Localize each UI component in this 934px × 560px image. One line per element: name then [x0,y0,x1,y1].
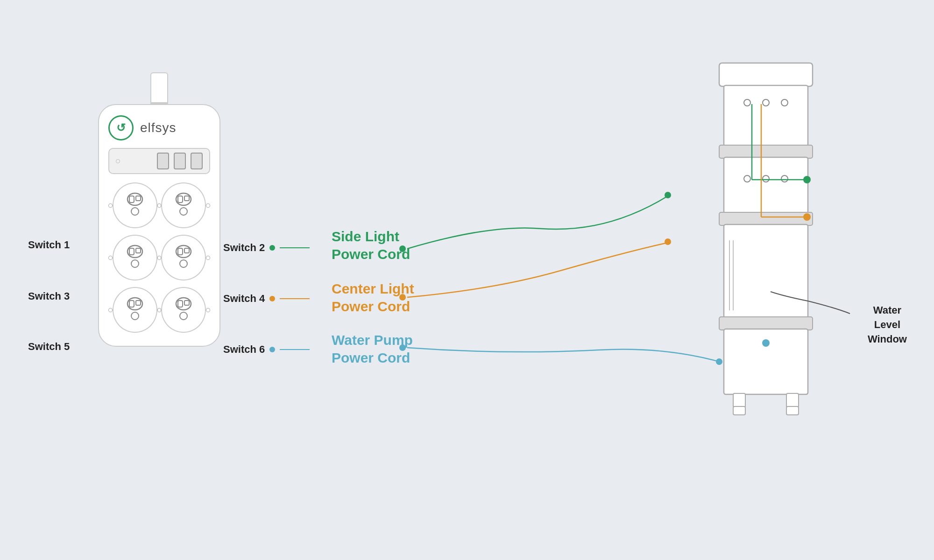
outlet-3-left [113,287,157,333]
outlet-1-left [113,182,157,228]
svg-rect-9 [129,248,134,255]
svg-rect-6 [184,196,189,201]
svg-point-7 [180,208,187,215]
water-pump-line1: Water Pump [332,331,413,349]
outlet-1-right-face [170,189,198,222]
outlet-2-right-face [170,241,198,274]
outlet-row-2 [108,235,210,280]
switch6-row: Switch 6 [223,343,310,356]
side-light-line2: Power Cord [332,245,410,263]
outlet-2-right [161,235,206,280]
switch5-label: Switch 5 [28,341,70,353]
svg-rect-35 [724,224,808,318]
outlet-dot-3m [157,308,162,312]
usb-ports [157,153,203,169]
outlet-dot-1l [108,203,113,208]
svg-rect-14 [184,248,189,253]
switch4-label: Switch 4 [223,293,265,305]
svg-rect-24 [719,63,813,86]
center-light-line2: Power Cord [332,298,414,315]
svg-point-52 [665,192,671,198]
switch2-line [280,247,310,249]
outlet-dot-1r [206,203,210,208]
svg-rect-13 [178,248,183,255]
outlet-3-right [161,287,206,333]
svg-point-54 [665,238,671,245]
outlet-dot-2m [157,256,162,260]
water-level-line2: Level [868,318,907,332]
svg-rect-25 [724,85,808,146]
switch2-row: Switch 2 [223,242,310,254]
svg-point-3 [131,208,139,215]
switch3-label: Switch 3 [28,290,70,302]
usb-port-2 [174,153,186,169]
usb-port-1 [157,153,169,169]
usb-panel-dot [116,159,120,163]
outlet-dot-1m [157,203,162,208]
water-level-line1: Water [868,303,907,318]
outlet-dot-3r [206,308,210,312]
outlet-1-right [161,182,206,228]
svg-rect-43 [786,406,799,415]
center-light-annotation: Center Light Power Cord [332,280,414,315]
logo-text: elfsys [140,120,177,135]
power-strip-container: ↺ elfsys [98,72,220,347]
switch2-label: Switch 2 [223,242,265,254]
outlet-dot-2r [206,256,210,260]
water-level-label: Water Level Window [868,303,907,346]
side-light-line1: Side Light [332,228,410,245]
outlet-dot-2l [108,256,113,260]
side-light-annotation: Side Light Power Cord [332,228,410,263]
usb-port-3 [191,153,203,169]
tower-svg [691,54,841,492]
svg-rect-41 [786,393,799,407]
center-light-line1: Center Light [332,280,414,298]
logo-row: ↺ elfsys [108,115,210,140]
svg-rect-39 [724,329,808,394]
svg-rect-34 [719,212,813,225]
svg-rect-17 [129,301,134,307]
water-pump-annotation: Water Pump Power Cord [332,331,413,366]
water-level-line3: Window [868,332,907,347]
switch4-row: Switch 4 [223,293,310,305]
switch4-line [280,298,310,300]
outlet-row-3 [108,287,210,333]
usb-panel [108,148,210,174]
svg-rect-18 [136,301,141,305]
outlet-3-right-face [170,294,198,326]
outlet-2-left [113,235,157,280]
svg-rect-10 [136,248,141,253]
outlet-dot-3l [108,308,113,312]
svg-rect-40 [733,393,745,407]
main-container: Switch 1 Switch 3 Switch 5 ↺ elfsys [0,0,934,560]
outlet-2-left-face [121,241,149,274]
logo-circle: ↺ [108,115,134,140]
svg-rect-22 [184,301,189,305]
svg-rect-38 [719,317,813,330]
svg-rect-5 [178,196,183,203]
outlet-row-1 [108,182,210,228]
power-strip-body: ↺ elfsys [98,104,220,347]
svg-point-46 [762,339,770,347]
svg-rect-42 [733,406,745,415]
svg-rect-1 [129,196,134,203]
switch6-line [280,349,310,350]
logo-icon: ↺ [116,121,126,134]
switch4-dot [269,296,275,301]
tower-diagram [691,54,841,494]
svg-rect-21 [178,301,183,307]
switch6-label: Switch 6 [223,343,265,356]
water-pump-line2: Power Cord [332,349,413,367]
svg-rect-30 [724,157,808,213]
outlet-1-left-face [121,189,149,222]
svg-point-19 [131,312,139,320]
switch6-dot [269,347,275,352]
switch1-label: Switch 1 [28,239,70,251]
outlet-3-left-face [121,294,149,326]
svg-point-23 [180,312,187,320]
svg-rect-2 [136,196,141,201]
svg-point-11 [131,260,139,267]
svg-rect-29 [719,145,813,158]
switch2-dot [269,245,275,251]
svg-point-15 [180,260,187,267]
